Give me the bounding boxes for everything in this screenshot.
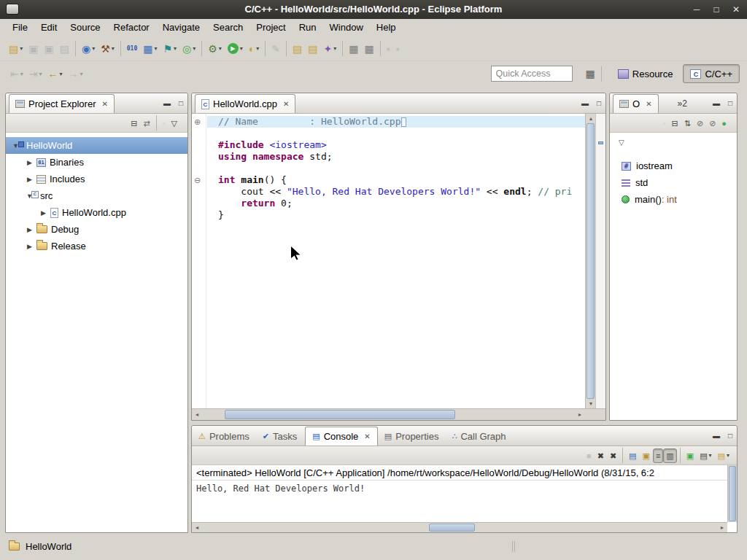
scrollbar-track[interactable] xyxy=(202,523,717,532)
dropdown-icon[interactable]: ▾ xyxy=(709,452,712,459)
dropdown-icon[interactable]: ▾ xyxy=(39,71,42,77)
menu-source[interactable]: Source xyxy=(63,19,107,36)
dropdown-icon[interactable]: ▾ xyxy=(80,71,83,77)
expand-arrow-icon[interactable]: ▶ xyxy=(38,209,49,217)
code-line[interactable]: cout << "Hello, Red Hat Developers World… xyxy=(207,186,585,198)
tab-tasks[interactable]: ✔Tasks xyxy=(256,427,303,446)
minimize-view-icon[interactable]: ▬ xyxy=(713,432,720,440)
dropdown-icon[interactable]: ▾ xyxy=(333,45,336,52)
dropdown-icon[interactable]: ▾ xyxy=(256,45,259,52)
menu-window[interactable]: Window xyxy=(323,19,370,36)
hide-fields-icon[interactable]: ⊘ xyxy=(694,116,706,131)
tree-item-binaries[interactable]: ▶Binaries xyxy=(6,154,187,171)
maximize-view-icon[interactable]: □ xyxy=(597,99,601,107)
minimize-view-icon[interactable]: ▬ xyxy=(713,99,720,107)
outline-item-std[interactable]: std xyxy=(610,174,737,191)
menu-edit[interactable]: Edit xyxy=(34,19,63,36)
scrollbar-thumb[interactable] xyxy=(225,410,456,419)
back-icon[interactable]: ←▾ xyxy=(45,65,66,82)
link-with-editor-icon[interactable]: ⇄ xyxy=(140,116,152,131)
tab-call-graph[interactable]: ∴Call Graph xyxy=(445,427,512,446)
tree-item-src[interactable]: ▼src xyxy=(6,187,187,204)
scroll-left-icon[interactable]: ◄ xyxy=(192,523,202,532)
window-menu-icon[interactable] xyxy=(6,4,19,15)
tree-item-helloworld-cpp[interactable]: ▶HelloWorld.cpp xyxy=(6,204,187,221)
occurrence-marker[interactable] xyxy=(598,141,603,144)
new-cpp-project-icon[interactable]: ◉▾ xyxy=(79,40,98,58)
run-icon[interactable]: ▶▾ xyxy=(225,40,246,58)
close-icon[interactable]: ✕ xyxy=(101,100,107,108)
console-output[interactable]: Hello, Red Hat Developers World! xyxy=(192,481,737,497)
hide-non-public-icon[interactable]: ● xyxy=(719,116,729,131)
code-line[interactable]: // Name : HelloWorld.cpp xyxy=(207,116,585,128)
flag-icon[interactable]: ⚑▾ xyxy=(160,40,179,58)
tab-console[interactable]: ▤Console✕ xyxy=(305,427,378,446)
maximize-view-icon[interactable]: □ xyxy=(728,432,732,440)
dropdown-icon[interactable]: ▾ xyxy=(112,45,115,52)
dropdown-icon[interactable]: ▾ xyxy=(20,71,23,77)
new-make-target-icon[interactable]: ▦▾ xyxy=(140,40,160,58)
outline-tab[interactable]: O ✕ xyxy=(613,94,659,113)
close-icon[interactable]: ✕ xyxy=(283,100,289,108)
code-line[interactable] xyxy=(207,163,585,174)
new-icon[interactable]: ▤▾ xyxy=(6,40,26,58)
console-vertical-scrollbar[interactable] xyxy=(727,465,737,522)
scrollbar-track[interactable] xyxy=(202,409,575,420)
menu-run[interactable]: Run xyxy=(293,19,323,36)
editor-tab[interactable]: HelloWorld.cpp ✕ xyxy=(195,94,295,113)
scroll-right-icon[interactable]: ► xyxy=(575,410,585,419)
dropdown-icon[interactable]: ▾ xyxy=(92,45,95,52)
tree-item-includes[interactable]: ▶Includes xyxy=(6,171,187,187)
outline-item-main-[interactable]: main() : int xyxy=(610,191,737,208)
scroll-lock-icon[interactable]: ▣ xyxy=(640,448,653,463)
expand-arrow-icon[interactable]: ▶ xyxy=(24,226,35,233)
scrollbar-thumb[interactable] xyxy=(729,466,736,521)
menu-project[interactable]: Project xyxy=(249,19,292,36)
expand-arrow-icon[interactable]: ▶ xyxy=(24,243,35,250)
word-wrap-icon[interactable]: ≡ xyxy=(653,448,663,463)
debug-icon[interactable]: ⚙▾ xyxy=(205,40,225,58)
scroll-right-icon[interactable]: ► xyxy=(717,523,727,532)
hide-static-icon[interactable]: ⊘ xyxy=(706,116,719,131)
remove-all-launches-icon[interactable]: ✖ xyxy=(607,448,619,463)
dropdown-icon[interactable]: ▾ xyxy=(60,71,63,77)
expand-arrow-icon[interactable]: ▶ xyxy=(24,159,35,166)
minimize-icon[interactable]: ─ xyxy=(692,4,702,15)
tab-problems[interactable]: ⚠Problems xyxy=(192,427,256,446)
code-area[interactable]: // Name : HelloWorld.cpp#include <iostre… xyxy=(207,114,585,408)
menu-help[interactable]: Help xyxy=(370,19,403,36)
code-line[interactable]: } xyxy=(207,209,585,221)
editor-vertical-scrollbar[interactable]: ▲ ▼ xyxy=(585,114,595,408)
dropdown-icon[interactable]: ▾ xyxy=(727,452,729,459)
pin-console-icon[interactable]: ▣ xyxy=(684,448,697,463)
open-element-icon[interactable]: ▤ xyxy=(305,40,320,58)
menu-navigate[interactable]: Navigate xyxy=(156,19,206,36)
scroll-left-icon[interactable]: ◄ xyxy=(192,410,202,419)
open-console-icon[interactable]: ▤▾ xyxy=(715,448,732,463)
dropdown-icon[interactable]: ▾ xyxy=(174,45,177,52)
sort-icon[interactable]: ⇅ xyxy=(681,116,694,131)
binary-icon[interactable]: 010 xyxy=(124,40,140,58)
clear-console-icon[interactable]: ▤ xyxy=(626,448,639,463)
perspective-cpp-button[interactable]: C/C++ xyxy=(683,64,740,83)
tree-item-helloworld[interactable]: ▼HelloWorld xyxy=(6,137,187,154)
show-on-output-icon[interactable]: ▥ xyxy=(663,448,676,463)
tree-item-release[interactable]: ▶Release xyxy=(6,238,187,254)
minimize-view-icon[interactable]: ▬ xyxy=(581,99,589,107)
fold-minus-icon[interactable]: ⊖ xyxy=(194,174,201,186)
code-line[interactable]: return 0; xyxy=(207,198,585,209)
coverage-icon[interactable]: ◎▾ xyxy=(179,40,198,58)
view-menu-icon[interactable]: ▽ xyxy=(619,139,624,147)
minimize-view-icon[interactable]: ▬ xyxy=(163,99,171,107)
menu-search[interactable]: Search xyxy=(206,19,249,36)
console-horizontal-scrollbar[interactable]: ◄ ► xyxy=(192,522,727,532)
menu-refactor[interactable]: Refactor xyxy=(107,19,156,36)
profile-icon[interactable]: ◐▾ xyxy=(246,40,262,58)
build-all-icon[interactable]: ⚒▾ xyxy=(98,40,117,58)
scrollbar-thumb[interactable] xyxy=(587,123,595,399)
prev-annotation-icon[interactable]: ▦ xyxy=(362,40,377,58)
dropdown-icon[interactable]: ▾ xyxy=(193,45,196,52)
tree-item-debug[interactable]: ▶Debug xyxy=(6,221,187,238)
expand-arrow-icon[interactable]: ▶ xyxy=(24,176,35,183)
open-resource-icon[interactable]: ▤ xyxy=(290,40,305,58)
